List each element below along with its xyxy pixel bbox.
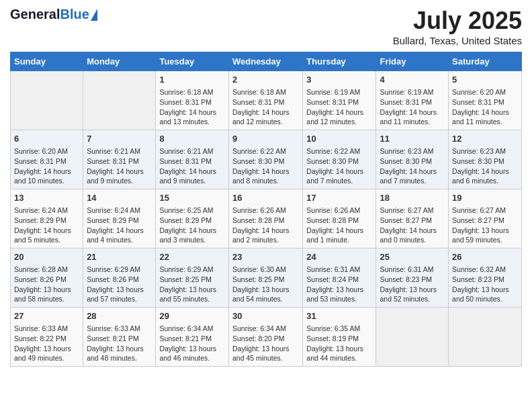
weekday-header-saturday: Saturday [449, 52, 522, 71]
calendar-cell: 8Sunrise: 6:21 AM Sunset: 8:31 PM Daylig… [156, 130, 229, 189]
day-info: Sunrise: 6:20 AM Sunset: 8:31 PM Dayligh… [452, 87, 518, 127]
day-number: 3 [306, 74, 372, 86]
day-number: 13 [14, 192, 79, 204]
calendar-cell: 20Sunrise: 6:28 AM Sunset: 8:26 PM Dayli… [11, 248, 83, 308]
calendar-cell: 31Sunrise: 6:35 AM Sunset: 8:19 PM Dayli… [303, 308, 376, 367]
day-number: 23 [232, 251, 299, 263]
day-info: Sunrise: 6:32 AM Sunset: 8:23 PM Dayligh… [452, 265, 518, 304]
day-info: Sunrise: 6:18 AM Sunset: 8:31 PM Dayligh… [232, 87, 299, 127]
day-info: Sunrise: 6:25 AM Sunset: 8:29 PM Dayligh… [159, 205, 225, 245]
day-info: Sunrise: 6:31 AM Sunset: 8:23 PM Dayligh… [380, 265, 445, 304]
calendar-cell: 19Sunrise: 6:27 AM Sunset: 8:27 PM Dayli… [449, 189, 522, 248]
logo-triangle-icon [91, 9, 97, 21]
logo-blue-text: Blue [60, 7, 89, 22]
calendar-cell: 15Sunrise: 6:25 AM Sunset: 8:29 PM Dayli… [156, 189, 229, 248]
day-info: Sunrise: 6:22 AM Sunset: 8:30 PM Dayligh… [232, 146, 299, 186]
calendar-cell: 21Sunrise: 6:29 AM Sunset: 8:26 PM Dayli… [83, 248, 156, 308]
day-info: Sunrise: 6:33 AM Sunset: 8:22 PM Dayligh… [14, 324, 79, 363]
calendar-cell: 29Sunrise: 6:34 AM Sunset: 8:21 PM Dayli… [156, 308, 229, 367]
weekday-header-tuesday: Tuesday [156, 52, 229, 71]
day-info: Sunrise: 6:23 AM Sunset: 8:30 PM Dayligh… [380, 146, 445, 186]
day-info: Sunrise: 6:24 AM Sunset: 8:29 PM Dayligh… [87, 205, 152, 245]
calendar-cell: 14Sunrise: 6:24 AM Sunset: 8:29 PM Dayli… [83, 189, 156, 248]
day-number: 17 [306, 192, 372, 204]
calendar-cell [11, 71, 83, 130]
day-number: 6 [14, 133, 79, 145]
day-number: 1 [159, 74, 225, 86]
calendar-week-row: 20Sunrise: 6:28 AM Sunset: 8:26 PM Dayli… [11, 248, 522, 308]
day-number: 19 [452, 192, 518, 204]
weekday-header-wednesday: Wednesday [228, 52, 302, 71]
calendar-cell: 18Sunrise: 6:27 AM Sunset: 8:27 PM Dayli… [376, 189, 449, 248]
weekday-header-sunday: Sunday [11, 52, 83, 71]
day-info: Sunrise: 6:26 AM Sunset: 8:28 PM Dayligh… [232, 205, 299, 245]
day-info: Sunrise: 6:30 AM Sunset: 8:25 PM Dayligh… [232, 265, 299, 304]
day-number: 8 [159, 133, 225, 145]
day-info: Sunrise: 6:26 AM Sunset: 8:28 PM Dayligh… [306, 205, 372, 245]
day-info: Sunrise: 6:19 AM Sunset: 8:31 PM Dayligh… [306, 87, 372, 127]
calendar-cell: 7Sunrise: 6:21 AM Sunset: 8:31 PM Daylig… [83, 130, 156, 189]
calendar-cell: 27Sunrise: 6:33 AM Sunset: 8:22 PM Dayli… [11, 308, 83, 367]
day-number: 16 [232, 192, 299, 204]
day-info: Sunrise: 6:27 AM Sunset: 8:27 PM Dayligh… [380, 205, 445, 245]
day-number: 26 [452, 251, 518, 263]
day-info: Sunrise: 6:29 AM Sunset: 8:25 PM Dayligh… [159, 265, 225, 304]
location-subtitle: Bullard, Texas, United States [393, 35, 522, 46]
calendar-cell: 13Sunrise: 6:24 AM Sunset: 8:29 PM Dayli… [11, 189, 83, 248]
calendar-cell: 6Sunrise: 6:20 AM Sunset: 8:31 PM Daylig… [11, 130, 83, 189]
day-info: Sunrise: 6:19 AM Sunset: 8:31 PM Dayligh… [380, 87, 445, 127]
day-number: 12 [452, 133, 518, 145]
day-number: 2 [232, 74, 299, 86]
calendar-cell: 24Sunrise: 6:31 AM Sunset: 8:24 PM Dayli… [303, 248, 376, 308]
day-info: Sunrise: 6:34 AM Sunset: 8:21 PM Dayligh… [159, 324, 225, 363]
day-number: 31 [306, 310, 372, 322]
calendar-cell [83, 71, 156, 130]
calendar-cell: 5Sunrise: 6:20 AM Sunset: 8:31 PM Daylig… [449, 71, 522, 130]
day-number: 21 [87, 251, 152, 263]
calendar-cell: 2Sunrise: 6:18 AM Sunset: 8:31 PM Daylig… [228, 71, 302, 130]
title-block: July 2025 Bullard, Texas, United States [393, 7, 522, 46]
day-info: Sunrise: 6:29 AM Sunset: 8:26 PM Dayligh… [87, 265, 152, 304]
day-number: 30 [232, 310, 299, 322]
calendar-cell: 26Sunrise: 6:32 AM Sunset: 8:23 PM Dayli… [449, 248, 522, 308]
day-info: Sunrise: 6:34 AM Sunset: 8:20 PM Dayligh… [232, 324, 299, 363]
day-number: 7 [87, 133, 152, 145]
day-number: 24 [306, 251, 372, 263]
day-number: 22 [159, 251, 225, 263]
calendar-cell: 16Sunrise: 6:26 AM Sunset: 8:28 PM Dayli… [228, 189, 302, 248]
day-number: 9 [232, 133, 299, 145]
calendar-cell: 3Sunrise: 6:19 AM Sunset: 8:31 PM Daylig… [303, 71, 376, 130]
calendar-cell: 25Sunrise: 6:31 AM Sunset: 8:23 PM Dayli… [376, 248, 449, 308]
calendar-cell [376, 308, 449, 367]
day-info: Sunrise: 6:21 AM Sunset: 8:31 PM Dayligh… [87, 146, 152, 186]
calendar-cell: 11Sunrise: 6:23 AM Sunset: 8:30 PM Dayli… [376, 130, 449, 189]
day-info: Sunrise: 6:18 AM Sunset: 8:31 PM Dayligh… [159, 87, 225, 127]
calendar-cell: 10Sunrise: 6:22 AM Sunset: 8:30 PM Dayli… [303, 130, 376, 189]
weekday-header-row: SundayMondayTuesdayWednesdayThursdayFrid… [11, 52, 522, 71]
day-number: 10 [306, 133, 372, 145]
calendar-week-row: 13Sunrise: 6:24 AM Sunset: 8:29 PM Dayli… [11, 189, 522, 248]
day-number: 14 [87, 192, 152, 204]
day-info: Sunrise: 6:22 AM Sunset: 8:30 PM Dayligh… [306, 146, 372, 186]
day-info: Sunrise: 6:33 AM Sunset: 8:21 PM Dayligh… [87, 324, 152, 363]
day-number: 29 [159, 310, 225, 322]
logo-general-text: General [10, 7, 60, 22]
calendar-week-row: 27Sunrise: 6:33 AM Sunset: 8:22 PM Dayli… [11, 308, 522, 367]
day-number: 20 [14, 251, 79, 263]
calendar-cell: 30Sunrise: 6:34 AM Sunset: 8:20 PM Dayli… [228, 308, 302, 367]
calendar-cell: 9Sunrise: 6:22 AM Sunset: 8:30 PM Daylig… [228, 130, 302, 189]
day-info: Sunrise: 6:24 AM Sunset: 8:29 PM Dayligh… [14, 205, 79, 245]
day-info: Sunrise: 6:28 AM Sunset: 8:26 PM Dayligh… [14, 265, 79, 304]
day-number: 15 [159, 192, 225, 204]
day-number: 4 [380, 74, 445, 86]
calendar-cell: 28Sunrise: 6:33 AM Sunset: 8:21 PM Dayli… [83, 308, 156, 367]
day-info: Sunrise: 6:27 AM Sunset: 8:27 PM Dayligh… [452, 205, 518, 245]
calendar-week-row: 6Sunrise: 6:20 AM Sunset: 8:31 PM Daylig… [11, 130, 522, 189]
page-header: General Blue July 2025 Bullard, Texas, U… [10, 7, 522, 46]
day-number: 11 [380, 133, 445, 145]
day-info: Sunrise: 6:20 AM Sunset: 8:31 PM Dayligh… [14, 146, 79, 186]
weekday-header-thursday: Thursday [303, 52, 376, 71]
calendar-week-row: 1Sunrise: 6:18 AM Sunset: 8:31 PM Daylig… [11, 71, 522, 130]
day-info: Sunrise: 6:35 AM Sunset: 8:19 PM Dayligh… [306, 324, 372, 363]
day-number: 28 [87, 310, 152, 322]
